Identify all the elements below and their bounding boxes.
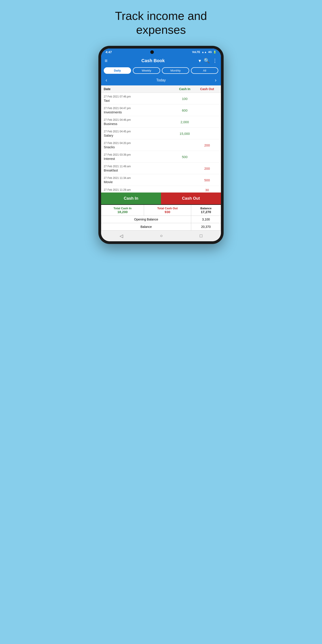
date-nav-bar: ‹ Today › [101,76,221,86]
tx-name: Snacks [104,145,174,149]
final-balance-row: Balance 20,370 [101,223,221,230]
col-header-date: Date [104,87,174,91]
phone-screen: 4:47 VoLTE ▲▲ 4G 🔋 ≡ Cash Book ▾ 🔍 ⋮ Dai… [101,48,221,241]
tx-info: 27 Feb 2021 04:46.pm Business [104,118,174,126]
summary-totals-row: Total Cash In 18,200 Total Cash Out 930 … [101,204,221,216]
volte-icon: VoLTE [192,50,200,54]
bottom-buttons: Cash In Cash Out [101,192,221,204]
next-date-button[interactable]: › [215,77,216,83]
search-icon[interactable]: 🔍 [204,58,210,64]
phone-frame: 4:47 VoLTE ▲▲ 4G 🔋 ≡ Cash Book ▾ 🔍 ⋮ Dai… [98,46,224,244]
tx-cashout: 200 [196,166,218,170]
balance-value: 17,270 [194,210,218,214]
tab-daily[interactable]: Daily [104,67,131,74]
transactions-list: 27 Feb 2021 07:46.pm Taxi 100 27 Feb 202… [101,93,221,192]
tx-info: 27 Feb 2021 07:46.pm Taxi [104,95,174,102]
more-icon[interactable]: ⋮ [212,58,217,64]
cash-out-button[interactable]: Cash Out [161,192,221,204]
tx-datetime: 27 Feb 2021 04:47.pm [104,107,174,110]
tx-cashout: 500 [196,178,218,182]
balance-label: Balance [194,206,218,210]
app-bar: ≡ Cash Book ▾ 🔍 ⋮ [101,56,221,66]
summary-table: Total Cash In 18,200 Total Cash Out 930 … [101,204,221,230]
cash-in-button[interactable]: Cash In [101,192,161,204]
tab-bar: Daily Weekly Monthly All [101,66,221,76]
total-cashin-cell: Total Cash In 18,200 [101,204,144,216]
tx-cashout: 30 [196,188,218,192]
total-cashin-value: 18,200 [104,210,142,214]
tab-monthly[interactable]: Monthly [162,67,189,74]
page-headline: Track income andexpenses [115,9,207,37]
tx-datetime: 27 Feb 2021 07:46.pm [104,95,174,98]
table-row[interactable]: 27 Feb 2021 11:34.am Movie 500 [101,174,221,186]
tx-cashout: 200 [196,143,218,147]
tx-cashin: 500 [174,155,196,159]
tx-datetime: 27 Feb 2021 03:39.pm [104,153,174,156]
opening-value: 3,100 [191,216,221,223]
tx-datetime: 27 Feb 2021 04:46.pm [104,118,174,122]
status-icons: VoLTE ▲▲ 4G 🔋 [192,50,216,54]
home-button[interactable]: ○ [160,233,162,238]
current-date-label: Today [156,78,166,82]
recents-button[interactable]: □ [200,233,202,238]
final-balance-value: 20,370 [191,223,221,230]
tx-name: Salary [104,134,174,137]
signal-icon: ▲▲ [202,50,207,54]
total-cashin-label: Total Cash In [104,206,142,210]
table-row[interactable]: 27 Feb 2021 04:46.pm Business 2,000 [101,116,221,128]
tx-name: Taxi [104,98,174,102]
tx-cashin: 2,000 [174,120,196,124]
tab-weekly[interactable]: Weekly [133,67,160,74]
table-row[interactable]: 27 Feb 2021 11:29.am 30 [101,186,221,192]
status-bar: 4:47 VoLTE ▲▲ 4G 🔋 [101,48,221,56]
tx-info: 27 Feb 2021 11:29.am [104,188,174,192]
tx-cashin: 15,000 [174,132,196,136]
battery-icon: 🔋 [213,50,216,54]
col-header-cashin: Cash In [174,87,196,91]
tx-datetime: 27 Feb 2021 11:34.am [104,176,174,180]
tx-datetime: 27 Feb 2021 04:45.pm [104,130,174,133]
table-row[interactable]: 27 Feb 2021 04:47.pm Investments 600 [101,104,221,116]
tx-cashin: 100 [174,97,196,100]
opening-balance-row: Opening Balance 3,100 [101,216,221,223]
tx-info: 27 Feb 2021 11:34.am Movie [104,176,174,184]
tx-name: Investments [104,110,174,114]
tx-datetime: 27 Feb 2021 04:20.pm [104,142,174,145]
final-balance-label: Balance [101,223,191,230]
tx-info: 27 Feb 2021 04:47.pm Investments [104,107,174,114]
tab-all[interactable]: All [191,67,218,74]
tx-name: Business [104,122,174,126]
table-header: Date Cash In Cash Out [101,86,221,93]
tx-cashin: 600 [174,108,196,112]
tx-name: Interest [104,157,174,160]
status-time: 4:47 [106,50,112,54]
table-row[interactable]: 27 Feb 2021 04:45.pm Salary 15,000 [101,128,221,139]
network-icon: 4G [208,50,212,54]
tx-info: 27 Feb 2021 04:20.pm Snacks [104,142,174,149]
android-nav: ◁ ○ □ [101,230,221,241]
total-cashout-value: 930 [146,210,189,214]
dropdown-icon[interactable]: ▾ [198,58,201,64]
tx-info: 27 Feb 2021 11:49.am Breakfast [104,165,174,172]
tx-datetime: 27 Feb 2021 11:49.am [104,165,174,168]
back-button[interactable]: ◁ [120,233,123,238]
balance-cell: Balance 17,270 [191,204,221,216]
total-cashout-label: Total Cash Out [146,206,189,210]
tx-name: Breakfast [104,168,174,172]
table-row[interactable]: 27 Feb 2021 03:39.pm Interest 500 [101,151,221,162]
tx-datetime: 27 Feb 2021 11:29.am [104,188,174,192]
tx-info: 27 Feb 2021 04:45.pm Salary [104,130,174,137]
menu-icon[interactable]: ≡ [105,58,108,64]
tx-name: Movie [104,180,174,184]
table-row[interactable]: 27 Feb 2021 11:49.am Breakfast 200 [101,162,221,174]
total-cashout-cell: Total Cash Out 930 [144,204,191,216]
col-header-cashout: Cash Out [196,87,218,91]
prev-date-button[interactable]: ‹ [106,77,107,83]
tx-info: 27 Feb 2021 03:39.pm Interest [104,153,174,160]
app-title: Cash Book [110,58,196,63]
opening-label: Opening Balance [101,216,191,223]
camera-notch [150,50,154,54]
table-row[interactable]: 27 Feb 2021 07:46.pm Taxi 100 [101,93,221,104]
table-row[interactable]: 27 Feb 2021 04:20.pm Snacks 200 [101,139,221,151]
